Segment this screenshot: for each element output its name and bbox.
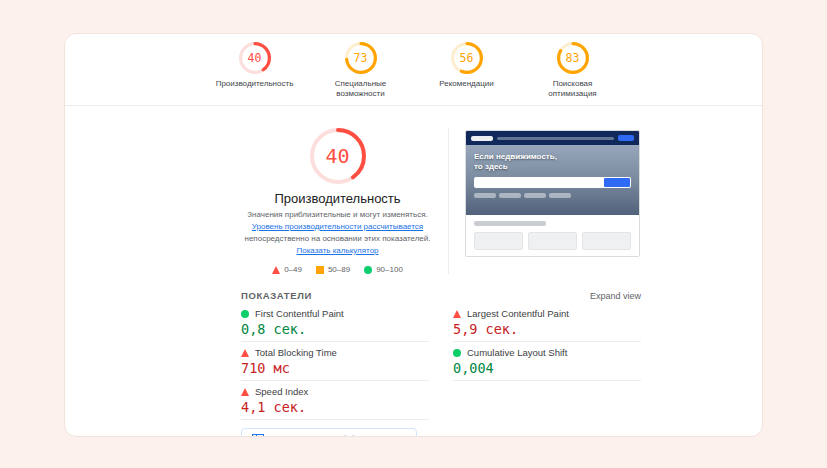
performance-title: Производительность: [274, 191, 400, 206]
thumb-site-logo: [471, 136, 493, 141]
thumb-site-header: [466, 131, 639, 145]
pass-circle-icon: [364, 266, 372, 274]
score-accessibility[interactable]: 73 Специальные возможности: [321, 42, 401, 99]
score-performance[interactable]: 40 Производительность: [215, 42, 295, 99]
thumb-card: [528, 232, 577, 250]
legend-fail-range: 0–49: [272, 265, 302, 274]
thumb-login-button: [618, 135, 634, 141]
performance-summary: 40 Производительность Значения приблизит…: [241, 128, 449, 274]
thumb-pill: [524, 193, 546, 198]
fail-triangle-icon: [453, 310, 461, 318]
show-calculator-link[interactable]: Показать калькулятор: [296, 246, 378, 255]
thumb-card: [474, 232, 523, 250]
metric-name: Total Blocking Time: [255, 348, 337, 358]
pass-circle-icon: [453, 349, 461, 357]
metric-total-blocking-time: Total Blocking Time 710 мс: [241, 342, 429, 381]
score-best-practices[interactable]: 56 Рекомендации: [427, 42, 507, 99]
metrics-header: ПОКАЗАТЕЛИ Expand view: [241, 290, 641, 301]
category-scores-nav: 40 Производительность 73 Специальные воз…: [65, 34, 762, 105]
legend-label: 90–100: [376, 265, 403, 274]
thumb-search-button: [604, 178, 630, 187]
metric-value: 4,1 сек.: [241, 400, 429, 415]
pass-circle-icon: [241, 310, 249, 318]
score-calculation-link[interactable]: Уровень производительности рассчитываетс…: [252, 222, 423, 231]
fail-triangle-icon: [272, 266, 280, 274]
performance-score-gauge: 40: [239, 42, 271, 74]
metric-value: 5,9 сек.: [453, 322, 641, 337]
thumb-text-line: [474, 221, 546, 226]
best-practices-score-gauge: 56: [451, 42, 483, 74]
metric-speed-index: Speed Index 4,1 сек.: [241, 381, 429, 420]
seo-score-gauge: 83: [557, 42, 589, 74]
thumb-nav-links: [497, 137, 614, 140]
thumb-headline: Если недвижимость, то здесь: [474, 152, 564, 171]
score-label: Производительность: [216, 79, 294, 89]
metric-value: 0,004: [453, 361, 641, 376]
metrics-section-title: ПОКАЗАТЕЛИ: [241, 290, 312, 301]
thumb-pill: [499, 193, 521, 198]
lighthouse-report-card: 40 Производительность 73 Специальные воз…: [64, 33, 763, 437]
expand-view-link[interactable]: Expand view: [590, 291, 641, 301]
thumb-hero-section: Если недвижимость, то здесь: [466, 145, 639, 215]
thumb-pill: [549, 193, 571, 198]
accessibility-score-gauge: 73: [345, 42, 377, 74]
header-divider: [65, 105, 762, 106]
description-text: Значения приблизительные и могут изменят…: [247, 210, 427, 219]
performance-description: Значения приблизительные и могут изменят…: [241, 209, 434, 257]
metric-value: 710 мс: [241, 361, 429, 376]
metric-name: Cumulative Layout Shift: [467, 348, 567, 358]
thumb-content-section: [466, 215, 639, 256]
legend-average-range: 50–89: [316, 265, 350, 274]
report-content: 40 Производительность Значения приблизит…: [241, 128, 641, 437]
legend-label: 50–89: [328, 265, 350, 274]
thumb-card: [582, 232, 631, 250]
metric-value: 0,8 сек.: [241, 322, 429, 337]
legend-pass-range: 90–100: [364, 265, 403, 274]
metrics-column-right: Largest Contentful Paint 5,9 сек. Cumula…: [453, 303, 641, 420]
metric-name: First Contentful Paint: [255, 309, 344, 319]
thumb-filter-pills: [474, 193, 631, 198]
metric-cumulative-layout-shift: Cumulative Layout Shift 0,004: [453, 342, 641, 381]
open-treemap-button[interactable]: Открыть карту эффективности: [241, 428, 417, 437]
score-seo[interactable]: 83 Поисковая оптимизация: [533, 42, 613, 99]
metric-largest-contentful-paint: Largest Contentful Paint 5,9 сек.: [453, 303, 641, 342]
average-square-icon: [316, 266, 324, 274]
score-legend: 0–49 50–89 90–100: [272, 265, 403, 274]
thumb-pill: [474, 193, 496, 198]
thumb-search-bar: [474, 177, 631, 188]
metric-name: Largest Contentful Paint: [467, 309, 569, 319]
score-label: Рекомендации: [439, 79, 493, 89]
fail-triangle-icon: [241, 349, 249, 357]
metric-name: Speed Index: [255, 387, 308, 397]
treemap-icon: [252, 434, 264, 438]
fail-triangle-icon: [241, 388, 249, 396]
treemap-button-label: Открыть карту эффективности: [270, 433, 406, 437]
score-label: Поисковая оптимизация: [533, 79, 613, 99]
metric-first-contentful-paint: First Contentful Paint 0,8 сек.: [241, 303, 429, 342]
page-screenshot-thumbnail[interactable]: Если недвижимость, то здесь: [465, 130, 640, 257]
metrics-column-left: First Contentful Paint 0,8 сек. Total Bl…: [241, 303, 429, 420]
legend-label: 0–49: [284, 265, 302, 274]
performance-main-gauge: 40: [310, 128, 366, 184]
thumb-content-cards: [474, 232, 631, 250]
score-label: Специальные возможности: [321, 79, 401, 99]
metrics-grid: First Contentful Paint 0,8 сек. Total Bl…: [241, 303, 641, 420]
performance-summary-row: 40 Производительность Значения приблизит…: [241, 128, 641, 274]
description-text: непосредственно на основании этих показа…: [245, 234, 431, 243]
